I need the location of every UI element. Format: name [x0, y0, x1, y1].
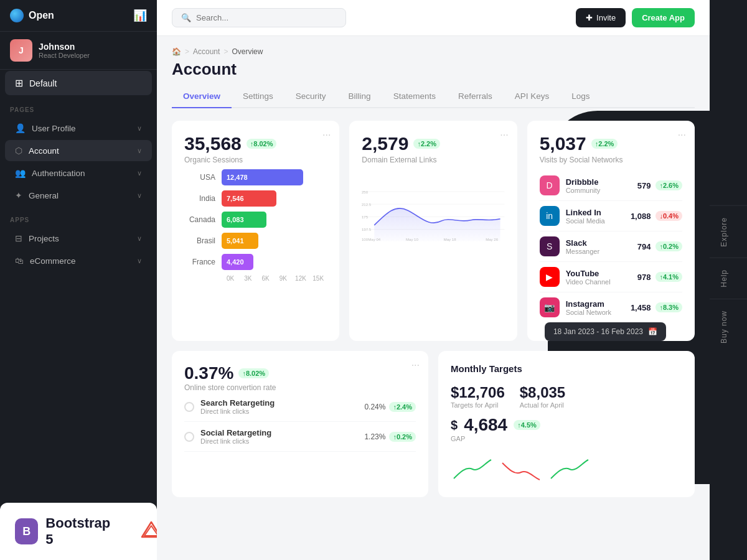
explore-button[interactable]: Explore: [710, 205, 747, 258]
breadcrumb: 🏠 > Account > Overview: [172, 47, 695, 56]
conversion-items: Search Retargeting Direct link clicks 0.…: [184, 392, 416, 452]
tab-security[interactable]: Security: [284, 85, 337, 108]
gap-badge: ↑4.5%: [514, 420, 540, 430]
targets-april: $12,706: [451, 384, 505, 401]
bar-country-label: Brasil: [184, 236, 215, 245]
more-icon[interactable]: ···: [678, 129, 686, 141]
axis-label: 0K: [222, 275, 239, 282]
external-label: Domain External Links: [362, 156, 504, 164]
bar-fill: 7,546: [222, 190, 276, 207]
social-icon: in: [540, 206, 560, 226]
sidebar-page-label: General: [29, 191, 59, 200]
tab-settings[interactable]: Settings: [232, 85, 284, 108]
social-item: S Slack Messanger 794 ↑0.2%: [540, 231, 682, 262]
svg-text:250: 250: [362, 190, 369, 194]
search-box[interactable]: 🔍: [172, 8, 346, 27]
laravel-icon: [138, 518, 157, 544]
bar-fill: 5,041: [222, 233, 258, 249]
sidebar: Open 📊 J Johnson React Developer ⊞ Defau…: [0, 0, 157, 560]
external-links-card: ··· 2,579 ↑2.2% Domain External Links 25…: [349, 121, 517, 341]
tab-overview[interactable]: Overview: [172, 85, 232, 108]
organic-number: 35,568 ↑8.02%: [184, 133, 327, 154]
bar-fill: 12,478: [222, 169, 303, 185]
default-icon: ⊞: [15, 77, 23, 89]
bar-row: USA 12,478: [184, 169, 327, 185]
sidebar-app-label: eCommerce: [30, 256, 76, 266]
tab-api-keys[interactable]: API Keys: [504, 85, 561, 108]
retarget-name: Search Retargeting: [200, 398, 275, 408]
account-icon: ⬡: [15, 146, 22, 156]
axis-label: 12K: [292, 275, 309, 282]
retarget-circle: [184, 432, 194, 442]
svg-text:100: 100: [362, 238, 369, 241]
social-count: 794: [637, 242, 651, 251]
bar-fill: 4,420: [222, 254, 253, 270]
sidebar-item-ecommerce[interactable]: 🛍 eCommerce ∨: [5, 250, 152, 271]
bar-country-label: France: [184, 258, 215, 266]
calendar-icon: 📅: [648, 327, 657, 336]
sidebar-page-label: Account: [29, 146, 59, 156]
invite-button[interactable]: ✚ Invite: [576, 8, 626, 27]
breadcrumb-section: Account: [193, 47, 220, 56]
social-count: 1,088: [631, 212, 651, 221]
bar-axis: 0K 3K 6K 9K 12K 15K: [184, 275, 327, 282]
tab-billing[interactable]: Billing: [337, 85, 382, 108]
social-count: 978: [637, 273, 651, 282]
bar-row: Brasil 5,041: [184, 233, 327, 249]
retarget-item: Social Retargeting Direct link clicks 1.…: [184, 422, 416, 452]
sidebar-item-user-profile[interactable]: 👤 User Profile ∨: [5, 118, 152, 139]
create-app-label: Create App: [642, 13, 685, 22]
svg-text:175: 175: [362, 215, 369, 219]
avatar: J: [10, 39, 32, 62]
date-badge: 18 Jan 2023 - 16 Feb 2023 📅: [545, 322, 666, 341]
tab-logs[interactable]: Logs: [560, 85, 601, 108]
sidebar-item-authentication[interactable]: 👥 Authentication ∨: [5, 162, 152, 184]
sidebar-page-label: User Profile: [32, 124, 76, 133]
social-type: Community: [566, 187, 601, 194]
more-icon[interactable]: ···: [500, 129, 508, 141]
sidebar-item-label: Default: [29, 78, 57, 88]
bar-country-label: USA: [184, 173, 215, 182]
more-icon[interactable]: ···: [322, 129, 331, 141]
home-icon[interactable]: 🏠: [172, 47, 181, 56]
topbar: 🔍 ✚ Invite Create App: [157, 0, 710, 36]
buy-now-button[interactable]: Buy now: [710, 299, 747, 355]
organic-label: Organic Sessions: [184, 156, 327, 164]
search-input[interactable]: [196, 13, 337, 22]
social-icon: D: [540, 175, 560, 195]
social-count: 1,458: [631, 303, 651, 312]
page-title: Account: [172, 60, 695, 79]
tab-referrals[interactable]: Referrals: [447, 85, 504, 108]
sidebar-item-default[interactable]: ⊞ Default: [5, 71, 152, 95]
retarget-badge: ↑2.4%: [389, 402, 416, 412]
sidebar-item-general[interactable]: ✦ General ∨: [5, 185, 152, 206]
axis-label: 3K: [239, 275, 256, 282]
retarget-pct: 1.23%: [364, 432, 385, 441]
tabs: Overview Settings Security Billing State…: [172, 85, 695, 108]
chevron-down-icon: ∨: [137, 257, 142, 265]
laravel-brand: Laravel: [138, 518, 157, 544]
svg-text:May 26: May 26: [486, 238, 499, 241]
social-badge: ↓0.4%: [655, 211, 682, 221]
organic-sessions-card: ··· 35,568 ↑8.02% Organic Sessions USA 1…: [172, 121, 339, 341]
social-type: Social Network: [566, 309, 611, 316]
page-body: 🏠 > Account > Overview Account Overview …: [157, 36, 710, 560]
social-name: YouTube: [566, 269, 611, 278]
help-button[interactable]: Help: [710, 258, 747, 299]
social-type: Messanger: [566, 248, 599, 255]
chart-icon[interactable]: 📊: [133, 9, 147, 22]
app-name: Open: [29, 10, 54, 21]
create-app-button[interactable]: Create App: [632, 8, 695, 27]
mini-chart-2: [499, 454, 543, 485]
tab-statements[interactable]: Statements: [382, 85, 447, 108]
retarget-circle: [184, 402, 194, 412]
actual-april: $8,035: [520, 384, 565, 401]
more-icon[interactable]: ···: [411, 360, 420, 371]
general-icon: ✦: [15, 190, 22, 200]
invite-label: Invite: [596, 13, 616, 22]
sidebar-item-projects[interactable]: ⊟ Projects ∨: [5, 228, 152, 249]
chevron-down-icon: ∨: [137, 169, 142, 177]
bar-chart: USA 12,478 India 7,546 Canada 6,083 Bras…: [184, 169, 327, 288]
svg-text:May 18: May 18: [444, 238, 457, 241]
sidebar-item-account[interactable]: ⬡ Account ∨: [5, 140, 152, 161]
